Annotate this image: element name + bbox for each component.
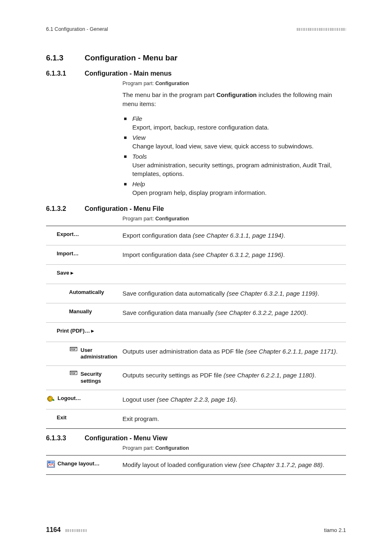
heading-number: 6.1.3 bbox=[46, 53, 85, 62]
svg-text:PDF: PDF bbox=[71, 348, 76, 351]
heading-title: Configuration - Main menus bbox=[85, 70, 172, 77]
row-save-auto: Automatically Save configuration data au… bbox=[46, 284, 346, 303]
row-print-pdf: Print (PDF)… ▸ bbox=[46, 322, 346, 342]
row-logout: Logout… Logout user (see Chapter 2.2.3, … bbox=[46, 390, 346, 409]
menu-view-table: Change layout… Modify layout of loaded c… bbox=[46, 455, 346, 475]
heading-number: 6.1.3.2 bbox=[46, 205, 85, 213]
heading-number: 6.1.3.1 bbox=[46, 70, 85, 77]
header-decoration bbox=[297, 28, 346, 31]
heading-title: Configuration - Menu File bbox=[85, 205, 164, 212]
program-part-value: Configuration bbox=[155, 216, 189, 222]
logout-icon bbox=[46, 395, 56, 402]
heading-6-1-3-1: 6.1.3.1Configuration - Main menus bbox=[46, 70, 346, 77]
menu-item-file: File Export, import, backup, restore con… bbox=[122, 114, 346, 132]
footer-left: 1164 bbox=[46, 526, 87, 534]
row-user-admin: PDF User administration Outputs user adm… bbox=[46, 342, 346, 366]
pdf-icon: PDF bbox=[69, 371, 78, 377]
intro-paragraph: The menu bar in the program part Configu… bbox=[122, 90, 346, 109]
svg-text:PDF: PDF bbox=[71, 372, 76, 375]
row-exit: Exit Exit program. bbox=[46, 409, 346, 428]
svg-rect-9 bbox=[51, 462, 54, 463]
row-import: Import… Import configuration data (see C… bbox=[46, 245, 346, 264]
row-export: Export… Export configuration data (see C… bbox=[46, 226, 346, 245]
menu-item-view: View Change layout, load view, save view… bbox=[122, 133, 346, 150]
program-part-label: Program part: bbox=[122, 81, 155, 86]
section-body-6-1-3-2: Program part: Configuration bbox=[122, 216, 346, 222]
svg-point-6 bbox=[48, 396, 53, 402]
program-part: Program part: Configuration bbox=[122, 216, 346, 222]
row-change-layout: Change layout… Modify layout of loaded c… bbox=[46, 456, 346, 474]
row-save: Save ▸ bbox=[46, 264, 346, 284]
program-part-label: Program part: bbox=[122, 216, 155, 222]
heading-title: Configuration - Menu View bbox=[85, 435, 167, 442]
program-part: Program part: Configuration bbox=[122, 81, 346, 86]
pdf-icon: PDF bbox=[69, 347, 78, 353]
page: { "header": { "left": "6.1 Configuration… bbox=[0, 0, 392, 555]
menu-item-tools: Tools User administration, security sett… bbox=[122, 152, 346, 178]
program-part-value: Configuration bbox=[155, 445, 189, 451]
row-save-manual: Manually Save configuration data manuall… bbox=[46, 303, 346, 322]
main-menu-list: File Export, import, backup, restore con… bbox=[122, 114, 346, 197]
heading-number: 6.1.3.3 bbox=[46, 435, 85, 442]
section-body-6-1-3-3: Program part: Configuration bbox=[122, 445, 346, 451]
menu-item-help: Help Open program help, display program … bbox=[122, 180, 346, 197]
page-header: 6.1 Configuration - General bbox=[46, 26, 346, 32]
heading-6-1-3-2: 6.1.3.2Configuration - Menu File bbox=[46, 205, 346, 213]
program-part-label: Program part: bbox=[122, 445, 155, 451]
menu-file-table: Export… Export configuration data (see C… bbox=[46, 226, 346, 429]
heading-title: Configuration - Menu bar bbox=[85, 53, 178, 62]
page-number: 1164 bbox=[46, 526, 61, 533]
footer-decoration bbox=[65, 529, 87, 532]
footer-right: tiamo 2.1 bbox=[324, 527, 346, 533]
svg-rect-8 bbox=[48, 462, 51, 463]
program-part-value: Configuration bbox=[155, 81, 189, 86]
program-part: Program part: Configuration bbox=[122, 445, 346, 451]
row-security-settings: PDF Security settings Outputs security s… bbox=[46, 365, 346, 390]
page-footer: 1164 tiamo 2.1 bbox=[46, 526, 346, 534]
heading-6-1-3: 6.1.3Configuration - Menu bar bbox=[46, 53, 346, 62]
section-body-6-1-3-1: Program part: Configuration The menu bar… bbox=[122, 81, 346, 197]
layout-icon bbox=[46, 460, 56, 468]
heading-6-1-3-3: 6.1.3.3Configuration - Menu View bbox=[46, 435, 346, 442]
header-left: 6.1 Configuration - General bbox=[46, 26, 108, 32]
